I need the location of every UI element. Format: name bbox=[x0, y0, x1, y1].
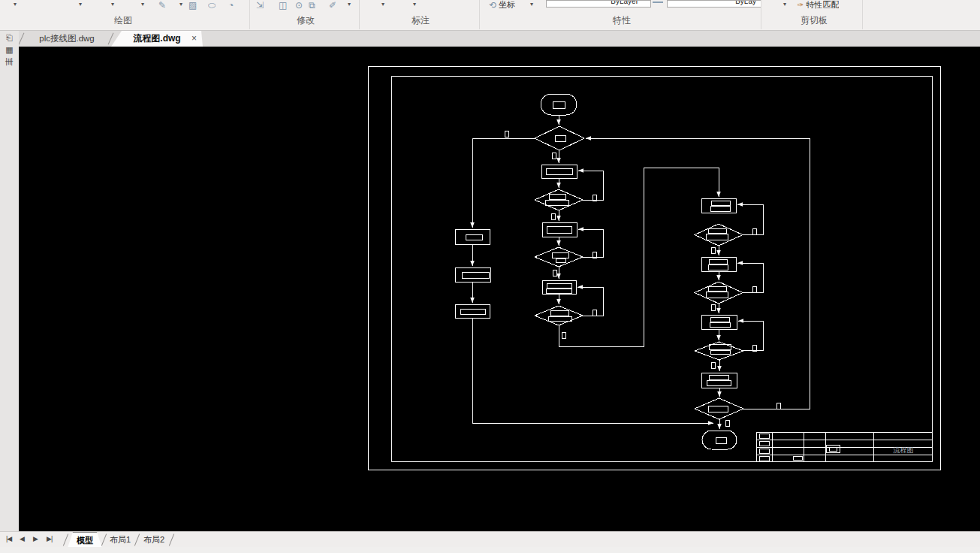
layout-tab-layout1[interactable]: 布局1 bbox=[105, 532, 135, 547]
dropdown-caret-icon[interactable]: ▾ bbox=[348, 1, 351, 8]
dropdown-caret-icon[interactable]: ▾ bbox=[381, 1, 384, 8]
dropdown-caret-icon[interactable]: ▾ bbox=[111, 1, 114, 8]
tab-separator bbox=[63, 533, 68, 545]
dropdown-caret-icon[interactable]: ▾ bbox=[413, 1, 416, 8]
ribbon: ✎▨⬭◔⇲◫⊙⧉✐⟲▾▾▾▾▾▾▾▾▾▾ 坐标 ByLayer ByLay ✑ … bbox=[0, 0, 980, 31]
ellipse-tool-icon[interactable]: ⬭ bbox=[208, 0, 216, 10]
rotate-tool-icon[interactable]: ⊙ bbox=[295, 0, 303, 10]
match-properties-button[interactable]: ✑ 特性匹配 bbox=[798, 0, 839, 9]
panel-label-modify: 修改 bbox=[297, 14, 315, 27]
linetype-combo[interactable]: ByLay bbox=[667, 0, 761, 8]
file-tab-plc-wiring[interactable]: plc接线图.dwg bbox=[23, 31, 111, 47]
file-tab-label: 流程图.dwg bbox=[133, 33, 180, 44]
file-tab-bar: plc接线图.dwg流程图.dwg× bbox=[19, 31, 980, 47]
file-tab-flowchart[interactable]: 流程图.dwg× bbox=[111, 31, 203, 47]
panel-separator bbox=[479, 0, 480, 29]
mirror-tool-icon[interactable]: ◫ bbox=[279, 0, 287, 10]
next-model-tab-button[interactable]: ▶ bbox=[33, 535, 38, 542]
flowchart-drawing: 流程图 bbox=[19, 47, 980, 531]
brush-icon: ✑ bbox=[798, 1, 804, 9]
color-combo[interactable]: ByLayer bbox=[546, 0, 651, 8]
prev-model-tab-button[interactable]: ◀ bbox=[20, 535, 24, 542]
panel-separator bbox=[761, 0, 761, 29]
last-model-tab-button[interactable]: ▶| bbox=[47, 535, 52, 542]
move-tool-icon[interactable]: ⇲ bbox=[256, 0, 264, 10]
linetype-icon bbox=[653, 2, 663, 6]
layout-tab-layout2[interactable]: 布局2 bbox=[138, 532, 170, 547]
hatch-tool-icon[interactable]: ▨ bbox=[188, 0, 197, 10]
dropdown-caret-icon[interactable]: ▾ bbox=[783, 1, 786, 8]
donut-tool-icon[interactable]: ◔ bbox=[228, 0, 234, 10]
panel-separator bbox=[359, 0, 360, 29]
filter-tool-icon[interactable]: 卌 bbox=[3, 56, 17, 67]
linetype-combo-value: ByLay bbox=[735, 0, 756, 5]
dropdown-caret-icon[interactable]: ▾ bbox=[14, 1, 17, 8]
panel-separator bbox=[249, 0, 250, 29]
dropdown-caret-icon[interactable]: ▾ bbox=[179, 1, 182, 8]
panel-label-annotate: 标注 bbox=[412, 14, 430, 27]
panel-label-properties: 特性 bbox=[613, 14, 631, 27]
panel-label-clipboard: 剪切板 bbox=[801, 14, 828, 27]
left-tool-strip: ⎗▦卌 bbox=[0, 31, 19, 531]
cad-application-window: ✎▨⬭◔⇲◫⊙⧉✐⟲▾▾▾▾▾▾▾▾▾▾ 坐标 ByLayer ByLay ✑ … bbox=[0, 0, 980, 553]
coordinate-tool-icon[interactable]: ⟲ bbox=[489, 0, 496, 10]
layout-tab-model[interactable]: 模型 bbox=[68, 532, 102, 548]
layout-tab-bar: |◀◀▶▶|模型布局1布局2 bbox=[0, 531, 980, 548]
paste-tool-icon[interactable]: ⎗ bbox=[3, 32, 17, 43]
color-combo-value: ByLayer bbox=[611, 0, 638, 5]
line-tool-icon[interactable]: ✎ bbox=[158, 0, 166, 10]
svg-text:流程图: 流程图 bbox=[893, 446, 914, 454]
edit-tool-icon[interactable]: ✐ bbox=[329, 0, 336, 10]
array-tool-icon[interactable]: ⧉ bbox=[309, 0, 315, 10]
panel-separator bbox=[862, 0, 863, 29]
image-frame-tool-icon[interactable]: ▦ bbox=[3, 44, 17, 55]
dropdown-caret-icon[interactable]: ▾ bbox=[141, 1, 144, 8]
match-properties-label: 特性匹配 bbox=[806, 0, 839, 9]
dropdown-caret-icon[interactable]: ▾ bbox=[530, 1, 533, 8]
first-model-tab-button[interactable]: |◀ bbox=[6, 535, 11, 542]
coordinate-tool-label[interactable]: 坐标 bbox=[499, 0, 515, 8]
dropdown-caret-icon[interactable]: ▾ bbox=[79, 1, 82, 8]
status-strip bbox=[0, 547, 980, 553]
drawing-canvas[interactable]: 流程图 bbox=[19, 47, 980, 531]
close-tab-icon[interactable]: × bbox=[191, 31, 197, 47]
panel-label-draw: 绘图 bbox=[114, 14, 132, 27]
